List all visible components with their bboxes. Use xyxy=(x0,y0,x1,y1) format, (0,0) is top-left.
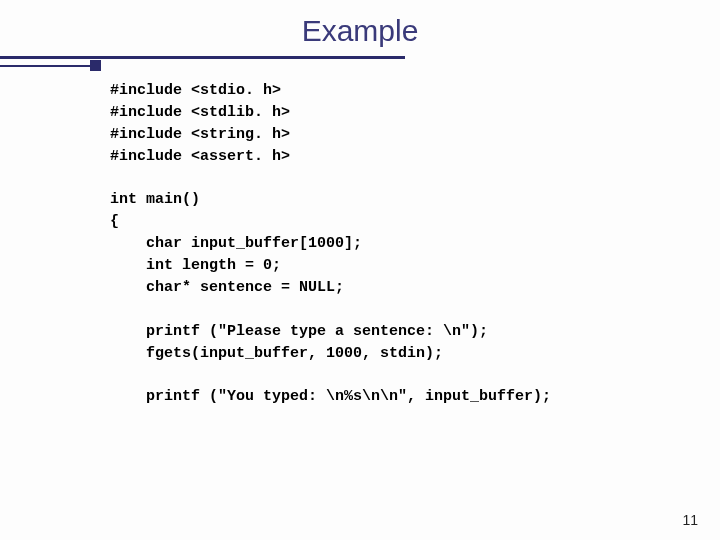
title-underline-deco xyxy=(0,56,720,70)
deco-line-short xyxy=(0,65,95,67)
code-line: fgets(input_buffer, 1000, stdin); xyxy=(110,345,443,362)
code-line: char input_buffer[1000]; xyxy=(110,235,362,252)
code-block: #include <stdio. h> #include <stdlib. h>… xyxy=(0,80,720,408)
page-number: 11 xyxy=(682,512,698,528)
code-line: #include <assert. h> xyxy=(110,148,290,165)
code-line: int length = 0; xyxy=(110,257,281,274)
code-line: char* sentence = NULL; xyxy=(110,279,344,296)
code-line: printf ("Please type a sentence: \n"); xyxy=(110,323,488,340)
slide-title: Example xyxy=(0,0,720,56)
deco-square-icon xyxy=(90,60,101,71)
code-line: { xyxy=(110,213,119,230)
code-line: #include <stdio. h> xyxy=(110,82,281,99)
deco-line-long xyxy=(0,56,405,59)
code-line: printf ("You typed: \n%s\n\n", input_buf… xyxy=(110,388,551,405)
code-line: #include <stdlib. h> xyxy=(110,104,290,121)
code-line: #include <string. h> xyxy=(110,126,290,143)
code-line: int main() xyxy=(110,191,200,208)
